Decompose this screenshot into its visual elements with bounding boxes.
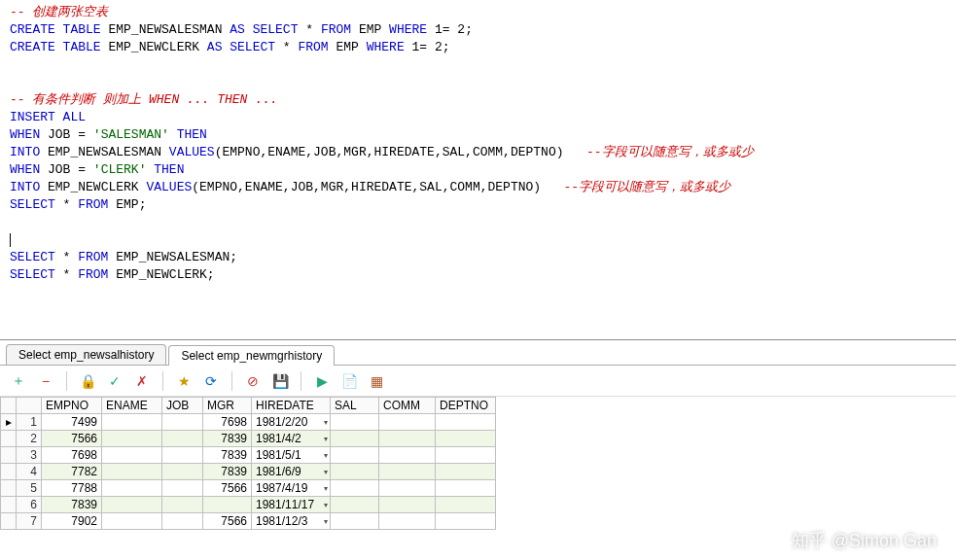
cell-mgr[interactable]: 7839: [203, 464, 252, 480]
bookmark-button[interactable]: ★: [173, 370, 195, 392]
col-header-job[interactable]: JOB: [162, 398, 203, 414]
refresh-button[interactable]: ⟳: [200, 370, 222, 392]
row-indicator[interactable]: [1, 513, 17, 530]
col-header-empno[interactable]: EMPNO: [42, 398, 102, 414]
cell-empno[interactable]: 7839: [42, 497, 102, 513]
cell-hiredate[interactable]: 1981/6/9▾: [252, 464, 331, 480]
save-button[interactable]: 💾: [269, 370, 291, 392]
cell-empno[interactable]: 7698: [42, 447, 102, 464]
row-indicator[interactable]: [1, 447, 17, 464]
col-header-sal[interactable]: SAL: [331, 398, 379, 414]
post-button[interactable]: ✓: [104, 370, 125, 392]
break-button[interactable]: ⊘: [242, 370, 264, 392]
cell-mgr[interactable]: 7839: [203, 447, 252, 464]
cell-empno[interactable]: 7902: [42, 513, 102, 530]
cell-ename[interactable]: [102, 480, 162, 497]
sql-editor[interactable]: -- 创建两张空表 CREATE TABLE EMP_NEWSALESMAN A…: [0, 0, 956, 340]
cell-ename[interactable]: [102, 431, 162, 447]
row-indicator[interactable]: [1, 464, 17, 480]
cell-job[interactable]: [162, 431, 203, 447]
col-header-mgr[interactable]: MGR: [203, 398, 252, 414]
table-row[interactable]: 5778875661987/4/19▾: [1, 480, 496, 497]
col-header-deptno[interactable]: DEPTNO: [436, 398, 496, 414]
table-row[interactable]: 4778278391981/6/9▾: [1, 464, 496, 480]
cell-deptno[interactable]: [436, 414, 496, 431]
row-indicator[interactable]: [1, 431, 17, 447]
table-row[interactable]: 678391981/11/17▾: [1, 497, 496, 513]
col-header-hiredate[interactable]: HIREDATE: [252, 398, 331, 414]
cell-sal[interactable]: [331, 513, 379, 530]
cell-empno[interactable]: 7566: [42, 431, 102, 447]
date-dropdown-icon[interactable]: ▾: [324, 501, 328, 509]
table-row[interactable]: 7790275661981/12/3▾: [1, 513, 496, 530]
cell-deptno[interactable]: [436, 480, 496, 497]
add-row-button[interactable]: ＋: [8, 370, 29, 392]
col-header-comm[interactable]: COMM: [379, 398, 436, 414]
table-row[interactable]: 3769878391981/5/1▾: [1, 447, 496, 464]
results-grid[interactable]: EMPNO ENAME JOB MGR HIREDATE SAL COMM DE…: [0, 397, 496, 530]
cell-job[interactable]: [162, 414, 203, 431]
cell-ename[interactable]: [102, 464, 162, 480]
cell-job[interactable]: [162, 447, 203, 464]
delete-row-button[interactable]: −: [35, 370, 56, 392]
script-button[interactable]: 📄: [338, 370, 360, 392]
cell-hiredate[interactable]: 1981/11/17▾: [252, 497, 331, 513]
cell-sal[interactable]: [331, 497, 379, 513]
cell-mgr[interactable]: 7566: [203, 480, 252, 497]
cell-mgr[interactable]: 7698: [203, 414, 252, 431]
date-dropdown-icon[interactable]: ▾: [324, 435, 328, 443]
cell-job[interactable]: [162, 513, 203, 530]
grid-button[interactable]: ▦: [366, 370, 387, 392]
cell-comm[interactable]: [379, 414, 436, 431]
date-dropdown-icon[interactable]: ▾: [324, 468, 328, 476]
date-dropdown-icon[interactable]: ▾: [324, 418, 328, 427]
cell-mgr[interactable]: 7566: [203, 513, 252, 530]
cell-mgr[interactable]: [203, 497, 252, 513]
row-indicator[interactable]: ▸: [1, 414, 17, 431]
execute-button[interactable]: ▶: [311, 370, 333, 392]
cell-hiredate[interactable]: 1981/5/1▾: [252, 447, 331, 464]
cell-sal[interactable]: [331, 480, 379, 497]
cell-deptno[interactable]: [436, 447, 496, 464]
tab-newmgrhistory[interactable]: Select emp_newmgrhistory: [168, 345, 335, 366]
cell-sal[interactable]: [331, 431, 379, 447]
cell-job[interactable]: [162, 464, 203, 480]
cell-sal[interactable]: [331, 447, 379, 464]
cell-empno[interactable]: 7499: [42, 414, 102, 431]
date-dropdown-icon[interactable]: ▾: [324, 484, 328, 493]
row-indicator[interactable]: [1, 497, 17, 513]
cell-mgr[interactable]: 7839: [203, 431, 252, 447]
cell-deptno[interactable]: [436, 464, 496, 480]
results-grid-wrap[interactable]: EMPNO ENAME JOB MGR HIREDATE SAL COMM DE…: [0, 397, 956, 560]
row-indicator[interactable]: [1, 480, 17, 497]
cell-empno[interactable]: 7782: [42, 464, 102, 480]
cell-comm[interactable]: [379, 447, 436, 464]
cell-sal[interactable]: [331, 464, 379, 480]
cell-ename[interactable]: [102, 497, 162, 513]
cell-sal[interactable]: [331, 414, 379, 431]
cell-deptno[interactable]: [436, 431, 496, 447]
cell-deptno[interactable]: [436, 513, 496, 530]
cell-hiredate[interactable]: 1981/4/2▾: [252, 431, 331, 447]
cell-hiredate[interactable]: 1981/2/20▾: [252, 414, 331, 431]
cell-job[interactable]: [162, 480, 203, 497]
date-dropdown-icon[interactable]: ▾: [324, 451, 328, 460]
cancel-button[interactable]: ✗: [131, 370, 153, 392]
cell-hiredate[interactable]: 1987/4/19▾: [252, 480, 331, 497]
cell-comm[interactable]: [379, 513, 436, 530]
cell-empno[interactable]: 7788: [42, 480, 102, 497]
cell-deptno[interactable]: [436, 497, 496, 513]
cell-ename[interactable]: [102, 513, 162, 530]
cell-comm[interactable]: [379, 480, 436, 497]
lock-button[interactable]: 🔒: [77, 370, 98, 392]
tab-newsalhistory[interactable]: Select emp_newsalhistory: [6, 344, 166, 365]
table-row[interactable]: 2756678391981/4/2▾: [1, 431, 496, 447]
table-row[interactable]: ▸1749976981981/2/20▾: [1, 414, 496, 431]
date-dropdown-icon[interactable]: ▾: [324, 517, 328, 526]
cell-ename[interactable]: [102, 414, 162, 431]
cell-comm[interactable]: [379, 431, 436, 447]
cell-job[interactable]: [162, 497, 203, 513]
cell-ename[interactable]: [102, 447, 162, 464]
col-header-ename[interactable]: ENAME: [102, 398, 162, 414]
cell-hiredate[interactable]: 1981/12/3▾: [252, 513, 331, 530]
